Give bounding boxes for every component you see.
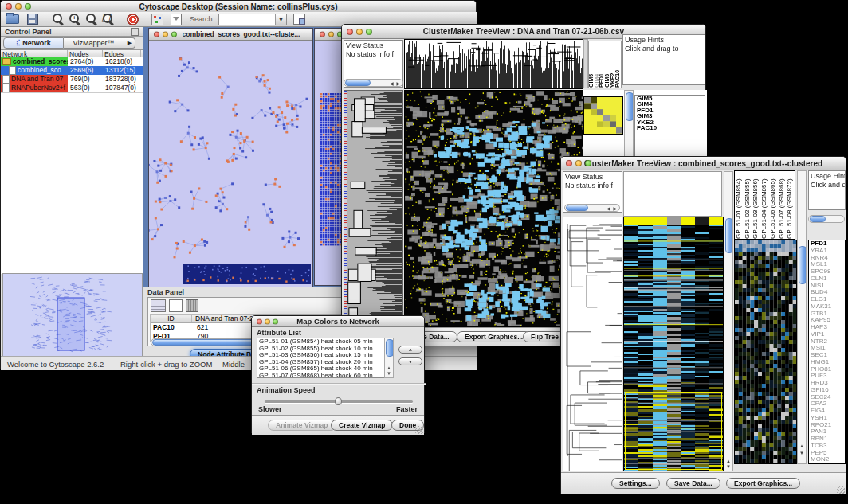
minimize-button[interactable] <box>575 160 582 166</box>
window-a-titlebar[interactable]: combined_scores_good.txt--cluste... <box>149 29 312 41</box>
column-label: GPL51-04 (GSM857) <box>760 171 769 239</box>
tv2-column-dendrogram[interactable] <box>623 171 722 217</box>
zoom-button[interactable] <box>25 3 31 10</box>
zoom-button[interactable] <box>366 29 372 35</box>
row-id: PAC10 <box>151 323 192 332</box>
new-document-icon[interactable] <box>169 299 183 312</box>
minimize-button[interactable] <box>265 318 270 324</box>
attribute-table-icon[interactable] <box>151 299 166 312</box>
tv1-heatmap[interactable] <box>404 90 583 327</box>
tv2-gene-vscrollbar[interactable]: ▲▼ <box>797 170 807 464</box>
minimize-button[interactable] <box>328 32 334 37</box>
zoom-button[interactable] <box>171 32 177 37</box>
gene-label[interactable]: MON2 <box>809 456 845 463</box>
divider <box>252 383 426 384</box>
dialog-button-bar: Animate Vizmap Create Vizmap Done <box>252 415 424 435</box>
network-row[interactable]: RNAPuberNov2+f 563(0) 107847(0) <box>1 84 143 92</box>
save-data-button[interactable]: Save Data... <box>666 478 720 489</box>
tv2-title: ClusterMaker TreeView : combined_scores_… <box>584 159 822 168</box>
tv2-hints-hscrollbar[interactable] <box>808 215 845 223</box>
tv2-heatmap[interactable] <box>623 217 724 471</box>
treeview-window-2: ClusterMaker TreeView : combined_scores_… <box>560 156 846 494</box>
network-row[interactable]: combined_scores 2764(0) 16218(0) <box>1 57 143 66</box>
gene-label[interactable]: PAC10 <box>635 125 705 131</box>
zoom-fit-icon[interactable]: ⃞ <box>103 14 114 25</box>
slower-label: Slower <box>258 405 282 413</box>
resize-grip[interactable] <box>837 486 845 494</box>
column-label: GPL51-07 (GSM868) <box>778 171 787 239</box>
network-overview-icon[interactable] <box>151 14 163 25</box>
tv2-status-hscrollbar[interactable]: ◀ ▶ <box>564 204 620 212</box>
tv2-zoom-heatmap[interactable] <box>734 240 797 464</box>
tab-overflow-button[interactable]: ▶ <box>124 37 135 49</box>
help-icon[interactable] <box>127 14 139 25</box>
export-graphics-button[interactable]: Export Graphics... <box>726 478 800 489</box>
tv1-zoom-heatmap[interactable] <box>583 96 623 135</box>
close-button[interactable] <box>347 29 353 35</box>
tv2-gene-dendrogram[interactable] <box>563 217 622 471</box>
dialog-title: Map Colors to Network <box>296 317 379 326</box>
settings-button[interactable]: Settings... <box>611 478 660 489</box>
close-button[interactable] <box>154 32 159 37</box>
animate-vizmap-button[interactable]: Animate Vizmap <box>268 420 336 431</box>
move-down-button[interactable]: ᴠ <box>398 357 422 365</box>
zoom-out-icon[interactable]: − <box>53 14 64 25</box>
close-button[interactable] <box>566 160 572 166</box>
zoom-selected-icon[interactable] <box>86 14 97 25</box>
main-titlebar[interactable]: Cytoscape Desktop (Session Name: collins… <box>1 1 476 13</box>
open-session-icon[interactable] <box>6 14 19 24</box>
tv1-gene-dendrogram[interactable] <box>344 90 403 326</box>
filter-icon[interactable] <box>171 14 182 25</box>
trash-icon[interactable] <box>186 299 198 312</box>
close-button[interactable] <box>320 32 325 37</box>
column-label: PFD1 <box>599 41 605 88</box>
control-panel-title: Control Panel <box>5 28 52 36</box>
tv1-column-dendrogram[interactable] <box>404 39 583 89</box>
zoom-in-icon[interactable]: + <box>69 14 80 25</box>
close-button[interactable] <box>6 3 12 10</box>
network-row-selected[interactable]: combined_sco 2569(6) 13112(15) <box>1 66 143 75</box>
tv2-titlebar[interactable]: ClusterMaker TreeView : combined_scores_… <box>561 157 846 170</box>
speed-slider-track[interactable] <box>265 400 413 403</box>
zoom-button[interactable] <box>585 160 591 166</box>
resize-grip[interactable] <box>415 426 423 434</box>
create-vizmap-button[interactable]: Create Vizmap <box>331 420 393 431</box>
export-graphics-button[interactable]: Export Graphics... <box>457 331 531 342</box>
birdseye-view[interactable] <box>2 273 143 357</box>
usage-hints-text: Click and drag to <box>811 181 843 189</box>
dialog-titlebar[interactable]: Map Colors to Network <box>252 316 424 327</box>
search-dropdown-button[interactable]: ▼ <box>275 14 286 25</box>
minimize-button[interactable] <box>15 3 22 10</box>
tab-vizmapper[interactable]: VizMapper™ <box>64 37 124 49</box>
minimize-button[interactable] <box>163 32 168 37</box>
column-label: GPL51-06 (GSM865) <box>769 171 778 239</box>
tv1-column-labels: GIM5 GIM4 PFD1 GIM3 YKE2 PAC10 <box>588 41 622 88</box>
zoom-button[interactable] <box>273 318 278 324</box>
search-input[interactable] <box>219 14 275 25</box>
tv1-status-hscrollbar[interactable]: ◀ ▶ <box>344 79 403 87</box>
edges-count: 183728(0) <box>103 75 141 84</box>
birdseye-canvas[interactable] <box>3 274 140 355</box>
nodes-count: 2764(0) <box>68 57 103 66</box>
attribute-vscrollbar[interactable]: ▲▼ <box>384 338 394 378</box>
tv2-heatmap-vscrollbar[interactable]: ▲▼ <box>724 171 733 471</box>
network-name: RNAPuberNov2+f <box>11 84 65 92</box>
close-button[interactable] <box>257 318 262 324</box>
save-session-icon[interactable] <box>27 14 38 25</box>
minimize-button[interactable] <box>356 29 363 35</box>
attribute-item[interactable]: GPL51-07 (GSM868) heat shock 60 min <box>257 373 393 378</box>
move-up-button[interactable]: ᴧ <box>398 346 422 354</box>
import-annotation-icon[interactable] <box>293 14 305 25</box>
edges-count: 13112(15) <box>103 66 141 75</box>
float-panel-icon[interactable] <box>131 28 139 36</box>
search-label: Search: <box>190 15 214 23</box>
speed-slider-thumb[interactable] <box>335 397 342 405</box>
data-col-id[interactable]: ID <box>151 315 192 322</box>
nodes-count: 563(0) <box>68 84 103 92</box>
network-canvas-a[interactable] <box>149 41 311 286</box>
network-row[interactable]: DNA and Tran 07 769(0) 183728(0) <box>1 75 143 84</box>
map-colors-dialog: Map Colors to Network Attribute List GPL… <box>251 315 425 433</box>
status-welcome: Welcome to Cytoscape 2.6.2 <box>7 360 104 369</box>
tab-network[interactable]: ⁝⁚ Network <box>3 37 64 49</box>
network-list-area <box>1 92 143 274</box>
